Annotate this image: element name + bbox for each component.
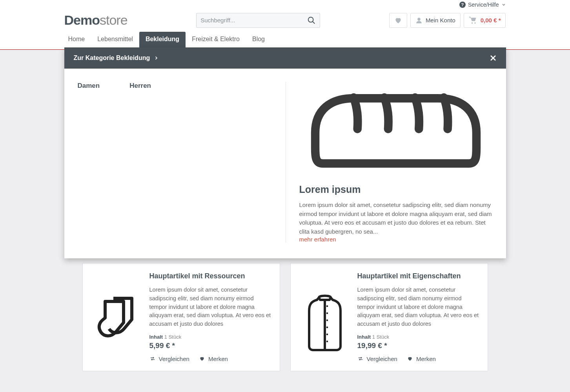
compare-button[interactable]: Vergleichen <box>357 356 397 362</box>
chevron-right-icon <box>154 55 158 61</box>
product-meta: Inhalt 1 Stück <box>149 334 271 340</box>
header: ? Service/Hilfe Demostore <box>64 0 506 47</box>
svg-point-14 <box>326 334 328 335</box>
svg-point-15 <box>326 341 328 342</box>
mm-subcategory-damen[interactable]: Damen <box>78 82 100 89</box>
wishlist-button[interactable] <box>389 13 407 28</box>
nav-item-freizeit-elektro[interactable]: Freizeit & Elektro <box>186 32 246 47</box>
svg-point-3 <box>472 22 473 24</box>
svg-point-11 <box>326 312 328 314</box>
product-price: 19,99 € * <box>357 341 479 350</box>
account-button[interactable]: Mein Konto <box>410 13 461 28</box>
cart-icon <box>469 16 477 24</box>
svg-point-13 <box>326 327 328 328</box>
product-price: 5,99 € * <box>149 341 271 350</box>
search-box[interactable] <box>196 13 320 28</box>
compare-button[interactable]: Vergleichen <box>149 356 189 362</box>
chevron-down-icon <box>501 2 506 7</box>
svg-point-12 <box>326 319 328 321</box>
nav-item-blog[interactable]: Blog <box>246 32 271 47</box>
product-meta: Inhalt 1 Stück <box>357 334 479 340</box>
wishlist-button[interactable]: Merken <box>407 356 436 362</box>
search-input[interactable] <box>200 17 307 24</box>
svg-point-10 <box>326 305 328 307</box>
product-card[interactable]: Hauptartikel mit EigenschaftenLorem ipsu… <box>290 263 488 371</box>
svg-point-4 <box>474 22 475 24</box>
svg-line-1 <box>313 21 315 24</box>
product-card[interactable]: Hauptartikel mit RessourcenLorem ipsum d… <box>82 263 280 371</box>
product-row: Hauptartikel mit RessourcenLorem ipsum d… <box>64 263 506 371</box>
search-icon[interactable] <box>307 16 316 25</box>
service-help-dropdown[interactable]: ? Service/Hilfe <box>459 2 506 8</box>
mm-title: Lorem ipsum <box>299 184 493 195</box>
close-icon[interactable] <box>490 54 497 62</box>
svg-point-0 <box>308 17 313 22</box>
nav-item-home[interactable]: Home <box>64 32 91 47</box>
mm-subcategory-herren[interactable]: Herren <box>129 82 151 89</box>
product-title: Hauptartikel mit Eigenschaften <box>357 272 479 280</box>
nav-item-lebensmittel[interactable]: Lebensmittel <box>91 32 139 47</box>
question-icon: ? <box>459 2 466 8</box>
mega-menu: Zur Kategorie Bekleidung DamenHerren Lor… <box>64 47 506 258</box>
mm-text: Lorem ipsum dolor sit amet, consetetur s… <box>299 201 493 236</box>
category-image <box>299 82 493 177</box>
cart-price: 0,00 € * <box>481 17 501 24</box>
learn-more-link[interactable]: mehr erfahren <box>299 236 493 243</box>
heart-icon <box>394 16 402 24</box>
product-title: Hauptartikel mit Ressourcen <box>149 272 271 280</box>
main-nav: HomeLebensmittelBekleidungFreizeit & Ele… <box>64 32 506 47</box>
svg-point-2 <box>417 18 421 21</box>
wishlist-button[interactable]: Merken <box>199 356 228 362</box>
socks-icon <box>91 272 142 362</box>
nav-item-bekleidung[interactable]: Bekleidung <box>139 32 186 47</box>
logo[interactable]: Demostore <box>64 13 127 28</box>
jacket-icon <box>299 272 350 362</box>
product-description: Lorem ipsum dolor sit amet, consetetur s… <box>149 286 271 328</box>
product-description: Lorem ipsum dolor sit amet, consetetur s… <box>357 286 479 328</box>
account-label: Mein Konto <box>426 17 455 24</box>
user-icon <box>415 17 422 24</box>
service-label: Service/Hilfe <box>468 2 499 8</box>
cart-button[interactable]: 0,00 € * <box>464 13 506 28</box>
to-category-link[interactable]: Zur Kategorie Bekleidung <box>74 54 159 62</box>
